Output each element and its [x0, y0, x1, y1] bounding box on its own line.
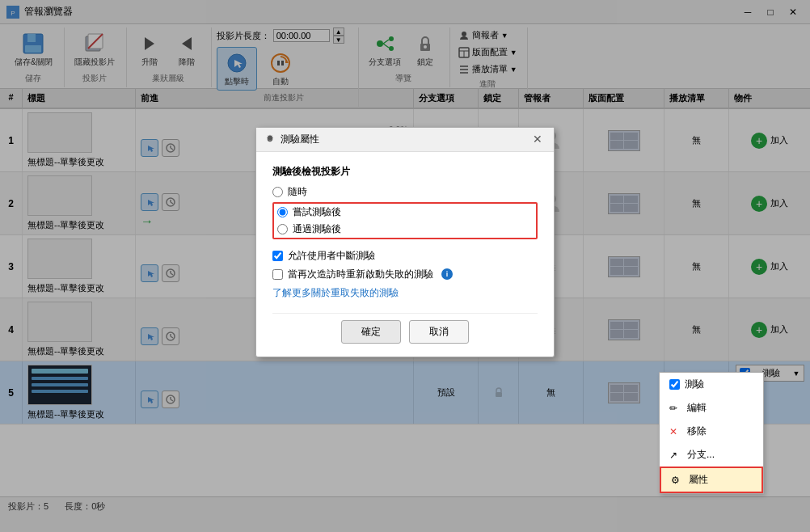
- restart-failed-checkbox[interactable]: [272, 269, 283, 280]
- modal-close-button[interactable]: ✕: [529, 133, 546, 146]
- radio-after-pass-input[interactable]: [277, 224, 288, 234]
- menu-item-test[interactable]: 測驗: [660, 373, 763, 396]
- menu-item-remove-label: 移除: [687, 424, 707, 438]
- checkbox-restart-failed: 當再次造訪時重新啟動失敗的測驗 i: [272, 268, 538, 281]
- radio-after-attempt-label: 嘗試測驗後: [293, 205, 341, 219]
- menu-item-properties-label: 屬性: [689, 473, 708, 487]
- radio-group-review: 隨時 嘗試測驗後 通過測驗後: [272, 185, 538, 239]
- modal-body: 測驗後檢視投影片 隨時 嘗試測驗後 通過測驗後: [256, 152, 554, 357]
- menu-item-branch[interactable]: ↗ 分支...: [660, 443, 763, 467]
- modal-title-text: 測驗屬性: [281, 133, 319, 146]
- remove-icon: ✕: [669, 426, 682, 437]
- radio-never[interactable]: 隨時: [272, 185, 538, 199]
- menu-item-test-label: 測驗: [685, 378, 704, 391]
- modal-title: 測驗屬性: [264, 133, 319, 146]
- radio-never-label: 隨時: [288, 185, 307, 199]
- allow-interrupt-checkbox[interactable]: [272, 251, 283, 261]
- radio-never-input[interactable]: [272, 187, 283, 197]
- modal-dialog: 測驗屬性 ✕ 測驗後檢視投影片 隨時 嘗試測驗後 通過測驗後: [255, 127, 555, 357]
- modal-overlay: 測驗屬性 ✕ 測驗後檢視投影片 隨時 嘗試測驗後 通過測驗後: [0, 0, 810, 532]
- cancel-button[interactable]: 取消: [409, 320, 469, 344]
- gear-icon: [264, 133, 276, 145]
- radio-after-attempt[interactable]: 嘗試測驗後: [277, 205, 533, 219]
- confirm-button[interactable]: 確定: [341, 320, 401, 344]
- modal-section-label: 測驗後檢視投影片: [272, 165, 538, 179]
- modal-title-bar: 測驗屬性 ✕: [256, 128, 554, 152]
- radio-after-pass-label: 通過測驗後: [293, 222, 341, 236]
- allow-interrupt-label: 允許使用者中斷測驗: [288, 249, 375, 263]
- test-checkbox-icon: [669, 379, 680, 390]
- learn-more-link[interactable]: 了解更多關於重取失敗的測驗: [272, 286, 538, 300]
- radio-after-attempt-input[interactable]: [277, 207, 288, 217]
- branch-menu-icon: ↗: [669, 450, 682, 461]
- radio-highlighted-group: 嘗試測驗後 通過測驗後: [272, 202, 538, 239]
- info-icon[interactable]: i: [441, 268, 453, 280]
- restart-failed-label: 當再次造訪時重新啟動失敗的測驗: [288, 268, 433, 281]
- menu-item-branch-label: 分支...: [687, 448, 715, 462]
- radio-after-pass[interactable]: 通過測驗後: [277, 222, 533, 236]
- menu-item-remove[interactable]: ✕ 移除: [660, 420, 763, 443]
- properties-icon: ⚙: [671, 475, 684, 486]
- context-menu: 測驗 ✏ 編輯 ✕ 移除 ↗ 分支... ⚙ 屬性: [659, 372, 764, 494]
- menu-item-properties[interactable]: ⚙ 屬性: [660, 467, 763, 493]
- modal-footer: 確定 取消: [272, 313, 538, 344]
- menu-item-edit-label: 編輯: [687, 401, 707, 415]
- edit-icon: ✏: [669, 403, 682, 414]
- menu-item-edit[interactable]: ✏ 編輯: [660, 396, 763, 420]
- checkbox-allow-interrupt: 允許使用者中斷測驗: [272, 249, 538, 263]
